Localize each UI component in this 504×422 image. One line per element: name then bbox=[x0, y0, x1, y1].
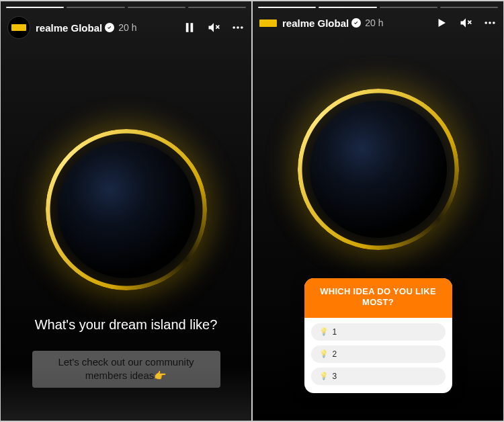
svg-point-12 bbox=[489, 22, 491, 24]
progress-segment bbox=[380, 7, 437, 8]
pause-button[interactable] bbox=[183, 21, 196, 34]
lens-glass-icon bbox=[58, 141, 195, 278]
poll-option[interactable]: 💡 2 bbox=[311, 345, 446, 363]
hero-lens-graphic bbox=[46, 129, 207, 290]
mute-icon[interactable] bbox=[207, 21, 220, 34]
headline-text: What's your dream island like? bbox=[1, 317, 251, 333]
svg-point-5 bbox=[233, 26, 235, 29]
svg-point-13 bbox=[493, 22, 495, 24]
svg-point-7 bbox=[241, 26, 243, 29]
story-controls bbox=[435, 16, 497, 30]
poll-option[interactable]: 💡 1 bbox=[311, 323, 446, 341]
poll-option-label: 2 bbox=[333, 349, 337, 359]
story-right[interactable]: realme Global 20 h WHICH IDEA DO YOU LIK… bbox=[253, 1, 503, 421]
poll-question: WHICH IDEA DO YOU LIKE MOST? bbox=[304, 278, 452, 318]
timestamp: 20 h bbox=[365, 17, 383, 28]
svg-point-6 bbox=[237, 26, 239, 29]
progress-segments bbox=[6, 7, 246, 8]
poll-option-label: 1 bbox=[333, 327, 337, 337]
hero-lens-graphic bbox=[298, 89, 459, 250]
story-header: realme Global 20 h bbox=[7, 16, 245, 39]
lens-glass-icon bbox=[310, 101, 447, 238]
more-options-icon[interactable] bbox=[483, 16, 497, 30]
svg-rect-2 bbox=[191, 23, 194, 32]
poll-options: 💡 1 💡 2 💡 3 bbox=[304, 318, 452, 393]
brand-logo-icon bbox=[11, 24, 26, 31]
poll-option[interactable]: 💡 3 bbox=[311, 368, 446, 385]
story-controls bbox=[183, 21, 245, 34]
progress-segment bbox=[128, 7, 185, 8]
more-options-icon[interactable] bbox=[231, 21, 245, 34]
poll-sticker: WHICH IDEA DO YOU LIKE MOST? 💡 1 💡 2 💡 3 bbox=[304, 278, 452, 393]
verified-badge-icon bbox=[351, 18, 361, 28]
avatar[interactable] bbox=[7, 16, 30, 39]
brand-logo-icon[interactable] bbox=[259, 19, 277, 27]
lightbulb-icon: 💡 bbox=[319, 327, 329, 336]
lightbulb-icon: 💡 bbox=[319, 372, 329, 380]
svg-rect-1 bbox=[186, 23, 189, 32]
account-name[interactable]: realme Global bbox=[282, 17, 349, 29]
verified-badge-icon bbox=[105, 23, 114, 32]
story-left[interactable]: realme Global 20 h What's your dream isl… bbox=[1, 1, 251, 421]
mute-icon[interactable] bbox=[459, 16, 472, 30]
account-name[interactable]: realme Global bbox=[36, 22, 102, 34]
progress-segment bbox=[440, 7, 498, 8]
progress-segment bbox=[6, 7, 64, 8]
play-button[interactable] bbox=[435, 16, 448, 30]
story-header: realme Global 20 h bbox=[259, 16, 497, 30]
progress-segment bbox=[188, 7, 246, 8]
bottom-gradient bbox=[1, 367, 251, 421]
svg-point-11 bbox=[485, 22, 487, 24]
progress-segment bbox=[258, 7, 316, 8]
lightbulb-icon: 💡 bbox=[319, 349, 329, 358]
progress-segments bbox=[258, 7, 498, 8]
progress-segment bbox=[67, 7, 124, 8]
progress-segment bbox=[319, 7, 376, 8]
poll-option-label: 3 bbox=[333, 372, 337, 381]
timestamp: 20 h bbox=[118, 22, 136, 33]
